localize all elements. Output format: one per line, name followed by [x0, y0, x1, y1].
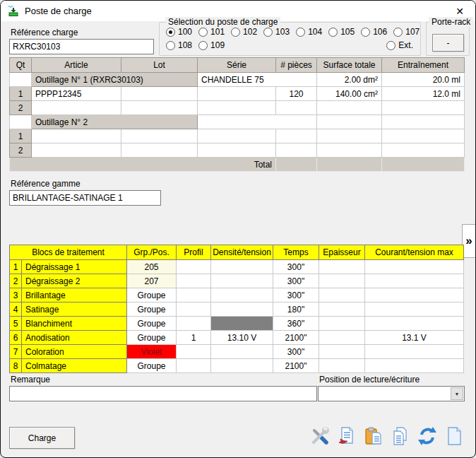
radio-poste-106[interactable]: 106 [361, 27, 387, 37]
reference-charge-input[interactable] [9, 39, 154, 54]
cell-bloc-name[interactable]: Blanchiment [22, 317, 127, 331]
cell-profil[interactable] [177, 260, 211, 274]
radio-poste-103[interactable]: 103 [263, 27, 290, 37]
cell-grp-pos[interactable]: Groupe [127, 359, 177, 373]
cell-pieces[interactable] [276, 129, 317, 143]
cell-profil[interactable] [177, 359, 211, 373]
cell-temps[interactable]: 2100" [273, 359, 319, 373]
cell-epaisseur[interactable] [319, 345, 365, 359]
expand-panel-button[interactable]: » [462, 224, 476, 258]
cell-serie[interactable] [198, 101, 276, 115]
cell-epaisseur[interactable] [319, 303, 365, 317]
cell-courant[interactable]: 13.1 V [365, 331, 464, 345]
cell-lot[interactable] [121, 129, 198, 143]
new-document-icon[interactable] [443, 425, 465, 447]
cell-bloc-name[interactable]: Anodisation [22, 331, 127, 345]
radio-poste-101[interactable]: 101 [198, 27, 225, 37]
cell-temps[interactable]: 2100" [273, 331, 319, 345]
cell-lot[interactable] [121, 87, 198, 101]
outillage-2-entrainement[interactable] [382, 115, 465, 129]
cell-article[interactable] [32, 143, 121, 158]
cell-lot[interactable] [121, 143, 198, 158]
radio-poste-109[interactable]: 109 [198, 40, 225, 50]
cell-grp-pos[interactable]: Groupe [127, 303, 177, 317]
cell-densite[interactable] [211, 359, 273, 373]
cell-temps[interactable]: 300" [273, 288, 319, 303]
radio-poste-104[interactable]: 104 [296, 27, 322, 37]
refresh-icon[interactable] [416, 425, 439, 447]
cell-bloc-name[interactable]: Coloration [22, 345, 127, 359]
cell-profil[interactable] [177, 288, 211, 303]
cell-courant[interactable] [365, 303, 464, 317]
outillage-2-serie[interactable] [198, 115, 317, 129]
combo-dropdown-button[interactable]: ▼ [451, 387, 463, 400]
cell-serie[interactable] [198, 87, 276, 101]
cell-densite[interactable]: 13.10 V [211, 331, 273, 345]
cell-densite[interactable] [211, 345, 273, 359]
cell-pieces[interactable]: 120 [276, 87, 317, 101]
cell-epaisseur[interactable] [319, 274, 365, 288]
cell-epaisseur[interactable] [319, 331, 365, 345]
outillage-2-surface[interactable] [317, 115, 382, 129]
cell-bloc-name[interactable]: Satinage [22, 303, 127, 317]
cell-lot[interactable] [121, 101, 198, 115]
cell-surface[interactable] [317, 129, 382, 143]
outillage-1-serie[interactable]: CHANDELLE 75 [198, 73, 317, 87]
cell-serie[interactable] [198, 129, 276, 143]
cell-courant[interactable] [365, 345, 464, 359]
outillage-1-entrainement[interactable]: 20.0 ml [382, 73, 465, 87]
cell-article[interactable]: PPPP12345 [32, 87, 121, 101]
cell-entrainement[interactable] [382, 129, 465, 143]
cell-courant[interactable] [365, 317, 464, 331]
cell-entrainement[interactable]: 12.0 ml [382, 87, 465, 101]
remarque-input[interactable] [9, 386, 317, 401]
cell-pieces[interactable] [276, 143, 317, 158]
cell-bloc-name[interactable]: Colmatage [22, 359, 127, 373]
cell-epaisseur[interactable] [319, 317, 365, 331]
cell-densite[interactable] [211, 274, 273, 288]
cell-profil[interactable] [177, 317, 211, 331]
radio-poste-ext[interactable]: Ext. [386, 40, 413, 50]
cell-grp-pos[interactable]: Groupe [127, 288, 177, 303]
copy-icon[interactable] [389, 425, 412, 447]
cell-temps[interactable]: 300" [273, 260, 319, 274]
cell-epaisseur[interactable] [319, 260, 365, 274]
cell-grp-pos[interactable]: Groupe [127, 317, 177, 331]
cell-courant[interactable] [365, 359, 464, 373]
tools-icon[interactable] [309, 425, 331, 447]
cell-article[interactable] [32, 101, 121, 115]
cell-serie[interactable] [198, 143, 276, 158]
cell-temps[interactable]: 300" [273, 345, 319, 359]
radio-poste-102[interactable]: 102 [231, 27, 257, 37]
cell-grp-pos[interactable]: 205 [127, 260, 177, 274]
porte-rack-button[interactable]: - [432, 34, 464, 52]
position-combobox[interactable]: ▼ [318, 386, 465, 401]
cell-surface[interactable] [317, 143, 382, 158]
cell-temps[interactable]: 300" [273, 274, 319, 288]
cell-courant[interactable] [365, 260, 464, 274]
cell-courant[interactable] [365, 274, 464, 288]
cell-temps[interactable]: 360" [273, 317, 319, 331]
cell-surface[interactable] [317, 101, 382, 115]
cell-densite[interactable] [211, 288, 273, 303]
radio-poste-107[interactable]: 107 [393, 27, 420, 37]
cell-bloc-name[interactable]: Dégraissage 1 [22, 260, 127, 274]
cell-entrainement[interactable] [382, 143, 465, 158]
cell-surface[interactable]: 140.00 cm² [317, 87, 382, 101]
outillage-1-surface[interactable]: 2.00 dm² [317, 73, 382, 87]
document-return-icon[interactable] [335, 425, 358, 447]
cell-densite[interactable] [211, 303, 273, 317]
cell-bloc-name[interactable]: Brillantage [22, 288, 127, 303]
cell-profil[interactable] [177, 274, 211, 288]
charge-button[interactable]: Charge [9, 427, 75, 449]
cell-profil[interactable] [177, 303, 211, 317]
radio-poste-108[interactable]: 108 [166, 40, 192, 50]
cell-grp-pos-violet[interactable]: Violet [127, 345, 177, 359]
paste-icon[interactable] [362, 425, 385, 447]
radio-poste-100[interactable]: 100 [166, 27, 192, 37]
cell-epaisseur[interactable] [319, 288, 365, 303]
cell-densite[interactable] [211, 260, 273, 274]
cell-grp-pos[interactable]: Groupe [127, 331, 177, 345]
reference-gamme-input[interactable] [9, 190, 161, 206]
cell-profil[interactable] [177, 345, 211, 359]
